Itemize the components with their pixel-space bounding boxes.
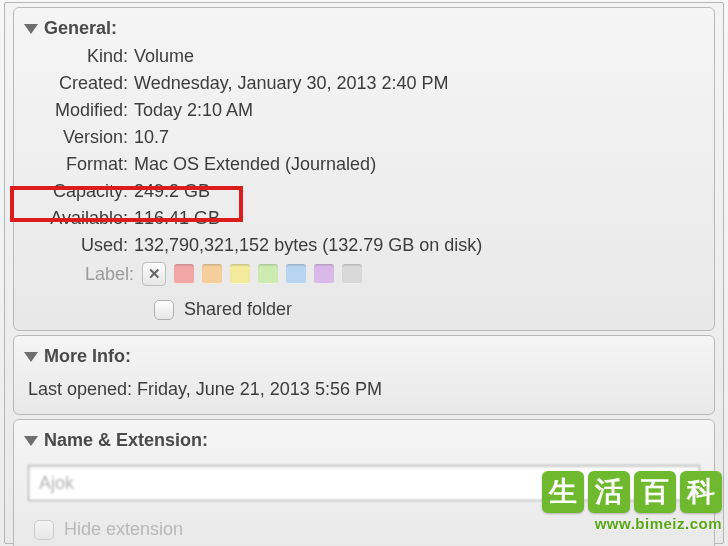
available-label: Available: [24, 208, 134, 229]
disclosure-down-icon[interactable] [24, 436, 38, 446]
available-row: Available: 116.41 GB [24, 205, 704, 232]
name-extension-header[interactable]: Name & Extension: [24, 426, 704, 455]
label-swatch-red[interactable] [174, 264, 194, 284]
shared-folder-row: Shared folder [24, 289, 704, 324]
more-info-section: More Info: Last opened: Friday, June 21,… [13, 335, 715, 415]
name-input-value: Ajok [39, 473, 74, 494]
more-info-title: More Info: [44, 346, 131, 367]
general-title: General: [44, 18, 117, 39]
modified-row: Modified: Today 2:10 AM [24, 97, 704, 124]
last-opened-row: Last opened: Friday, June 21, 2013 5:56 … [24, 371, 704, 408]
capacity-row: Capacity: 249.2 GB [24, 178, 704, 205]
disclosure-down-icon[interactable] [24, 352, 38, 362]
general-header[interactable]: General: [24, 14, 704, 43]
label-swatch-green[interactable] [258, 264, 278, 284]
hide-extension-checkbox[interactable] [34, 520, 54, 540]
available-value: 116.41 GB [134, 208, 704, 229]
hide-extension-row: Hide extension [24, 509, 704, 544]
modified-label: Modified: [24, 100, 134, 121]
format-row: Format: Mac OS Extended (Journaled) [24, 151, 704, 178]
capacity-value: 249.2 GB [134, 181, 704, 202]
shared-folder-checkbox[interactable] [154, 300, 174, 320]
format-label: Format: [24, 154, 134, 175]
label-swatches [174, 264, 362, 284]
created-label: Created: [24, 73, 134, 94]
version-row: Version: 10.7 [24, 124, 704, 151]
last-opened-label: Last opened: [28, 379, 132, 399]
used-label: Used: [24, 235, 134, 256]
shared-folder-label: Shared folder [184, 299, 292, 320]
label-swatch-gray[interactable] [342, 264, 362, 284]
version-label: Version: [24, 127, 134, 148]
name-extension-section: Name & Extension: Ajok Hide extension [13, 419, 715, 546]
label-swatch-orange[interactable] [202, 264, 222, 284]
last-opened-value: Friday, June 21, 2013 5:56 PM [137, 379, 382, 399]
used-value: 132,790,321,152 bytes (132.79 GB on disk… [134, 235, 704, 256]
capacity-label: Capacity: [24, 181, 134, 202]
label-swatch-yellow[interactable] [230, 264, 250, 284]
general-section: General: Kind: Volume Created: Wednesday… [13, 7, 715, 331]
used-row: Used: 132,790,321,152 bytes (132.79 GB o… [24, 232, 704, 259]
label-row: Label: ✕ [24, 259, 704, 289]
label-label: Label: [24, 264, 134, 285]
created-value: Wednesday, January 30, 2013 2:40 PM [134, 73, 704, 94]
kind-label: Kind: [24, 46, 134, 67]
more-info-header[interactable]: More Info: [24, 342, 704, 371]
kind-value: Volume [134, 46, 704, 67]
label-clear-button[interactable]: ✕ [142, 262, 166, 286]
disclosure-down-icon[interactable] [24, 24, 38, 34]
kind-row: Kind: Volume [24, 43, 704, 70]
hide-extension-label: Hide extension [64, 519, 183, 540]
name-input[interactable]: Ajok [28, 465, 700, 501]
version-value: 10.7 [134, 127, 704, 148]
name-extension-title: Name & Extension: [44, 430, 208, 451]
modified-value: Today 2:10 AM [134, 100, 704, 121]
label-swatch-blue[interactable] [286, 264, 306, 284]
label-swatch-purple[interactable] [314, 264, 334, 284]
created-row: Created: Wednesday, January 30, 2013 2:4… [24, 70, 704, 97]
format-value: Mac OS Extended (Journaled) [134, 154, 704, 175]
